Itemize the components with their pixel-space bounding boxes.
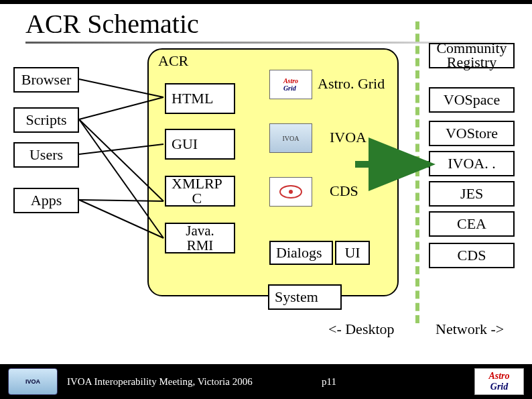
- net-community-registry: Community Registry: [429, 43, 515, 68]
- proto-xmlrpc: XMLRP C: [165, 176, 235, 207]
- proto-javarmi: Java. RMI: [165, 223, 235, 253]
- slide-title: ACR Schematic: [25, 8, 199, 40]
- net-cds: CDS: [429, 243, 515, 268]
- system-box: System: [268, 284, 342, 310]
- ivoa-icon: IVOA: [269, 123, 312, 153]
- ag-grid: Grid: [490, 382, 508, 392]
- net-cea: CEA: [429, 211, 515, 237]
- ag-astro: Astro: [488, 371, 509, 381]
- client-scripts: Scripts: [13, 107, 79, 133]
- cds-icon: [269, 177, 312, 207]
- footer: IVOA IVOA Interoperability Meeting, Vict…: [0, 364, 532, 399]
- cds-label: CDS: [330, 182, 358, 200]
- astrogrid-footer-icon: Astro Grid: [474, 368, 524, 395]
- proto-html: HTML: [165, 83, 235, 114]
- dialogs-box: Dialogs: [269, 241, 333, 265]
- net-jes: JES: [429, 181, 515, 207]
- astrogrid-label: Astro. Grid: [318, 75, 385, 93]
- desktop-label: <- Desktop: [328, 321, 395, 338]
- astrogrid-icon: AstroGrid: [269, 70, 312, 99]
- ui-box: UI: [335, 241, 370, 265]
- net-vostore: VOStore: [429, 121, 515, 146]
- acr-container: ACR HTML GUI XMLRP C Java. RMI AstroGrid…: [147, 48, 399, 296]
- network-label: Network ->: [436, 321, 504, 338]
- footer-page: p11: [322, 376, 336, 388]
- ivoa-label: IVOA: [330, 129, 367, 146]
- footer-venue: IVOA Interoperability Meeting, Victoria …: [67, 376, 253, 388]
- client-browser: Browser: [13, 67, 79, 93]
- acr-label: ACR: [158, 52, 188, 70]
- svg-point-1: [289, 190, 293, 194]
- client-users: Users: [13, 142, 79, 168]
- net-vospace: VOSpace: [429, 87, 515, 113]
- slide: ACR Schematic Browser Scripts Users Apps…: [0, 0, 532, 399]
- net-ivoa: IVOA. .: [429, 151, 515, 176]
- top-bar: [0, 0, 532, 4]
- client-apps: Apps: [13, 188, 79, 213]
- ivoa-footer-icon: IVOA: [8, 368, 58, 395]
- proto-gui: GUI: [165, 129, 235, 160]
- network-divider: [415, 21, 419, 323]
